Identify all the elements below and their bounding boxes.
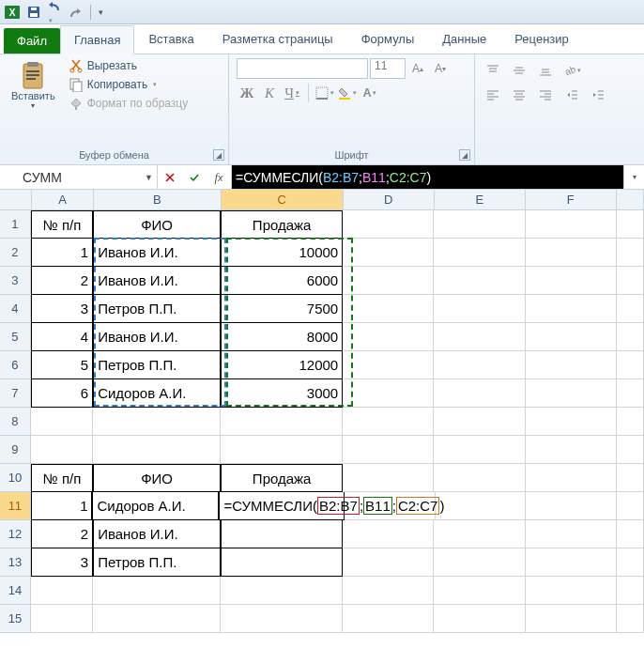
row-header-7[interactable]: 7 — [0, 379, 31, 408]
cell-D2[interactable] — [343, 239, 434, 267]
cell-G6[interactable] — [617, 351, 644, 379]
cell-B14[interactable] — [93, 577, 221, 605]
cell-D14[interactable] — [343, 577, 434, 605]
cell-A15[interactable] — [31, 605, 93, 633]
tab-data[interactable]: Данные — [428, 24, 500, 54]
row-header-13[interactable]: 13 — [0, 548, 31, 577]
tab-review[interactable]: Рецензир — [500, 24, 583, 54]
cell-A13[interactable]: 3 — [31, 548, 93, 577]
cell-B6[interactable]: Петров П.П. — [93, 351, 221, 379]
cell-F9[interactable] — [526, 436, 617, 464]
cut-button[interactable]: Вырезать — [69, 58, 189, 73]
cell-E14[interactable] — [434, 577, 525, 605]
copy-button[interactable]: Копировать — [69, 77, 189, 92]
borders-button[interactable] — [314, 83, 335, 103]
cell-G12[interactable] — [617, 520, 644, 548]
row-header-5[interactable]: 5 — [0, 323, 31, 351]
cell-E5[interactable] — [434, 323, 525, 351]
orientation-button[interactable]: ab — [561, 60, 582, 81]
cell-F15[interactable] — [526, 605, 617, 633]
cell-C8[interactable] — [221, 408, 343, 436]
cell-G10[interactable] — [617, 464, 644, 492]
col-header-F[interactable]: F — [526, 190, 617, 210]
bold-button[interactable]: Ж — [237, 83, 257, 103]
cell-B7[interactable]: Сидоров А.И. — [93, 379, 221, 408]
underline-button[interactable]: Ч — [282, 83, 302, 103]
cell-C7[interactable]: 3000 — [221, 379, 343, 408]
tab-formulas[interactable]: Формулы — [347, 24, 429, 54]
cell-E2[interactable] — [434, 239, 525, 267]
cell-A9[interactable] — [31, 436, 93, 464]
cell-B15[interactable] — [93, 605, 221, 633]
undo-icon[interactable] — [47, 0, 62, 25]
cell-F4[interactable] — [526, 295, 617, 323]
cell-G3[interactable] — [617, 267, 644, 295]
cell-D6[interactable] — [343, 351, 434, 379]
cell-B2[interactable]: Иванов И.И. — [93, 239, 221, 267]
cell-E9[interactable] — [434, 436, 525, 464]
cell-G11[interactable] — [617, 492, 644, 520]
formula-bar-expand[interactable]: ▾ — [623, 165, 644, 189]
row-header-1[interactable]: 1 — [0, 210, 31, 239]
cell-F2[interactable] — [526, 239, 617, 267]
col-header-G[interactable] — [617, 190, 644, 210]
cell-C10[interactable]: Продажа — [221, 464, 343, 492]
paste-button[interactable]: Вставить ▾ — [8, 58, 59, 147]
enter-button[interactable] — [182, 165, 207, 189]
cell-C3[interactable]: 6000 — [221, 267, 343, 295]
cell-B3[interactable]: Иванов И.И. — [93, 267, 221, 295]
cell-D4[interactable] — [343, 295, 434, 323]
align-middle-button[interactable] — [509, 60, 529, 81]
shrink-font-button[interactable]: A▾ — [430, 58, 451, 79]
cell-C4[interactable]: 7500 — [221, 295, 343, 323]
cell-F11[interactable] — [526, 492, 616, 520]
cell-E13[interactable] — [434, 548, 525, 577]
tab-insert[interactable]: Вставка — [134, 24, 207, 54]
cell-B8[interactable] — [93, 408, 221, 436]
tab-layout[interactable]: Разметка страницы — [208, 24, 347, 54]
cell-E12[interactable] — [434, 520, 525, 548]
grow-font-button[interactable]: A▴ — [407, 58, 428, 79]
cell-G15[interactable] — [617, 605, 644, 633]
align-center-button[interactable] — [509, 85, 529, 105]
qat-customize-icon[interactable]: ▾ — [99, 8, 103, 17]
cell-G4[interactable] — [617, 295, 644, 323]
cell-D8[interactable] — [343, 408, 434, 436]
cell-C13[interactable] — [221, 548, 343, 577]
cell-E10[interactable] — [434, 464, 525, 492]
italic-button[interactable]: К — [259, 83, 280, 103]
cell-C12[interactable] — [221, 520, 343, 548]
cell-E6[interactable] — [434, 351, 525, 379]
cell-F5[interactable] — [526, 323, 617, 351]
format-painter-button[interactable]: Формат по образцу — [69, 96, 189, 111]
cell-B5[interactable]: Иванов И.И. — [93, 323, 221, 351]
cell-B1[interactable]: ФИО — [93, 210, 221, 239]
col-header-B[interactable]: B — [94, 190, 222, 210]
cell-G8[interactable] — [617, 408, 644, 436]
cell-A12[interactable]: 2 — [31, 520, 93, 548]
align-left-button[interactable] — [483, 85, 503, 105]
cell-A5[interactable]: 4 — [31, 323, 93, 351]
font-size-select[interactable]: 11 — [370, 58, 406, 79]
cell-B10[interactable]: ФИО — [93, 464, 221, 492]
cell-C11[interactable]: =СУММЕСЛИ(B2:B7;B11;C2:C7) — [219, 492, 345, 520]
cell-E11[interactable] — [436, 492, 526, 520]
cell-E1[interactable] — [434, 210, 525, 239]
cell-C9[interactable] — [221, 436, 343, 464]
cell-A11[interactable]: 1 — [31, 492, 93, 520]
align-top-button[interactable] — [483, 60, 503, 81]
align-right-button[interactable] — [535, 85, 556, 105]
cell-A10[interactable]: № п/п — [31, 464, 93, 492]
font-color-button[interactable]: A — [360, 83, 380, 103]
cell-E7[interactable] — [434, 379, 525, 408]
insert-function-button[interactable]: fx — [207, 165, 231, 189]
cell-D13[interactable] — [343, 548, 434, 577]
col-header-A[interactable]: A — [32, 190, 94, 210]
fill-color-button[interactable] — [337, 83, 358, 103]
align-bottom-button[interactable] — [535, 60, 556, 81]
cell-C1[interactable]: Продажа — [221, 210, 343, 239]
cell-B11[interactable]: Сидоров А.И. — [92, 492, 219, 520]
cell-G13[interactable] — [617, 548, 644, 577]
cell-B4[interactable]: Петров П.П. — [93, 295, 221, 323]
row-header-4[interactable]: 4 — [0, 295, 31, 323]
